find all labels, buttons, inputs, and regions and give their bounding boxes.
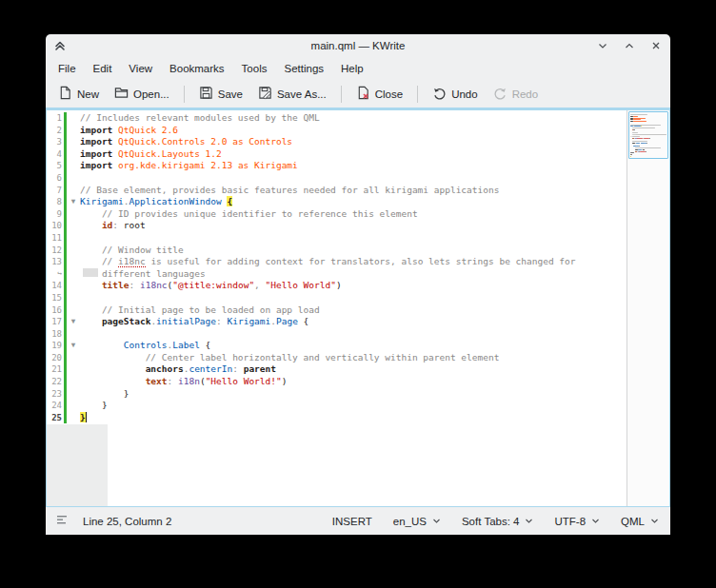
fold-column bbox=[67, 268, 80, 281]
code-text: id: root bbox=[80, 220, 626, 232]
code-line[interactable]: 18 bbox=[47, 328, 626, 341]
menu-file[interactable]: File bbox=[50, 60, 85, 77]
code-text bbox=[80, 292, 626, 304]
fold-marker-icon[interactable]: ▼ bbox=[67, 196, 80, 208]
syntax-mode-select[interactable]: QML bbox=[621, 516, 659, 527]
code-text: // i18nc is useful for adding context fo… bbox=[80, 256, 626, 268]
code-line[interactable]: 13 // i18nc is useful for adding context… bbox=[47, 256, 626, 268]
code-text: import QtQuick.Layouts 1.2 bbox=[80, 148, 626, 161]
toolbar-button-label: Save bbox=[218, 88, 243, 100]
minimap-scrollbar[interactable] bbox=[626, 110, 669, 506]
code-line[interactable]: 3import QtQuick.Controls 2.0 as Controls bbox=[47, 136, 626, 148]
line-number: 6 bbox=[47, 172, 64, 185]
code-line[interactable]: 7// Base element, provides basic feature… bbox=[47, 185, 626, 197]
code-line[interactable]: 14 title: i18nc("@title:window", "Hello … bbox=[47, 280, 626, 292]
line-number: 2 bbox=[47, 125, 64, 137]
code-line[interactable]: 11 bbox=[47, 232, 626, 245]
code-line-wrap[interactable]: ↪different languages bbox=[47, 268, 626, 281]
fold-column bbox=[67, 125, 80, 137]
menu-view[interactable]: View bbox=[120, 60, 161, 77]
minimap-line bbox=[630, 156, 631, 157]
line-number: 9 bbox=[47, 208, 64, 221]
code-text: } bbox=[80, 412, 626, 424]
line-number: 14 bbox=[47, 280, 64, 292]
close-button[interactable] bbox=[649, 39, 663, 52]
undo-button[interactable]: Undo bbox=[426, 82, 485, 106]
line-number: 10 bbox=[47, 220, 64, 232]
editor-view[interactable]: 1// Includes relevant modules used by th… bbox=[46, 110, 670, 507]
menu-tools[interactable]: Tools bbox=[233, 60, 276, 77]
code-line[interactable]: 15 bbox=[47, 292, 626, 304]
fold-marker-icon[interactable]: ▼ bbox=[67, 316, 80, 328]
tab-mode-select[interactable]: Soft Tabs: 4 bbox=[462, 516, 534, 527]
saveas-button[interactable]: Save As... bbox=[251, 82, 333, 106]
toolbar-button-label: Close bbox=[375, 88, 403, 100]
code-line[interactable]: 12 // Window title bbox=[47, 245, 626, 257]
fold-column bbox=[67, 412, 80, 424]
save-button[interactable]: Save bbox=[192, 82, 249, 106]
fold-column bbox=[67, 172, 80, 185]
code-line[interactable]: 24 } bbox=[47, 400, 626, 412]
code-line[interactable]: 9 // ID provides unique identifier to re… bbox=[47, 208, 626, 221]
toolbar: NewOpen...SaveSave As...CloseUndoRedo bbox=[46, 80, 670, 108]
new-button[interactable]: New bbox=[51, 82, 106, 106]
fold-column bbox=[67, 363, 80, 376]
minimap-line bbox=[633, 129, 635, 130]
code-line[interactable]: 25} bbox=[47, 412, 626, 424]
fold-column bbox=[67, 292, 80, 304]
wrap-arrow-icon: ↪ bbox=[47, 268, 64, 281]
menu-edit[interactable]: Edit bbox=[85, 60, 121, 77]
toolbar-button-label: New bbox=[77, 88, 99, 100]
maximize-button[interactable] bbox=[623, 39, 636, 52]
close-button[interactable]: Close bbox=[349, 82, 409, 106]
word-count-icon[interactable] bbox=[57, 515, 70, 527]
minimize-button[interactable] bbox=[596, 39, 609, 52]
fold-column bbox=[67, 232, 80, 245]
line-number: 12 bbox=[47, 245, 64, 257]
code-line[interactable]: 20 // Center label horizontally and vert… bbox=[47, 352, 626, 364]
code-line[interactable]: 16 // Initial page to be loaded on app l… bbox=[47, 304, 626, 317]
toolbar-separator bbox=[184, 86, 185, 103]
menu-settings[interactable]: Settings bbox=[275, 60, 332, 77]
code-text bbox=[80, 172, 626, 185]
minimap-line bbox=[632, 141, 648, 142]
insert-mode-button[interactable]: INSERT bbox=[332, 516, 372, 527]
code-text: } bbox=[80, 400, 626, 412]
code-line[interactable]: 4import QtQuick.Layouts 1.2 bbox=[47, 148, 626, 161]
line-number: 8 bbox=[47, 196, 64, 208]
open-button[interactable]: Open... bbox=[108, 82, 176, 106]
code-line[interactable]: 23 } bbox=[47, 388, 626, 401]
cursor-position[interactable]: Line 25, Column 2 bbox=[83, 516, 171, 527]
menu-help[interactable]: Help bbox=[332, 60, 372, 77]
code-text: different languages bbox=[80, 268, 626, 281]
code-line[interactable]: 6 bbox=[47, 172, 626, 185]
minimap-line bbox=[630, 154, 632, 155]
text-cursor bbox=[86, 412, 87, 422]
code-line[interactable]: 19▼ Controls.Label { bbox=[47, 340, 626, 352]
gutter-tail bbox=[47, 424, 108, 506]
code-line[interactable]: 8▼Kirigami.ApplicationWindow { bbox=[47, 196, 626, 208]
code-text: import org.kde.kirigami 2.13 as Kirigami bbox=[80, 160, 626, 172]
fold-column bbox=[67, 160, 80, 172]
code-line[interactable]: 10 id: root bbox=[47, 220, 626, 232]
code-line[interactable]: 5import org.kde.kirigami 2.13 as Kirigam… bbox=[47, 160, 626, 172]
toolbar-separator bbox=[417, 86, 418, 103]
fold-marker-icon[interactable]: ▼ bbox=[67, 340, 80, 352]
minimap-line bbox=[649, 138, 650, 139]
code-line[interactable]: 2import QtQuick 2.6 bbox=[47, 125, 626, 137]
code-area[interactable]: 1// Includes relevant modules used by th… bbox=[47, 110, 626, 506]
line-number: 3 bbox=[47, 136, 64, 148]
code-line[interactable]: 17▼ pageStack.initialPage: Kirigami.Page… bbox=[47, 316, 626, 328]
wrap-indent-marker bbox=[83, 268, 98, 277]
dictionary-select[interactable]: en_US bbox=[393, 516, 441, 527]
menu-bookmarks[interactable]: Bookmarks bbox=[161, 60, 233, 77]
titlebar[interactable]: main.qml — KWrite bbox=[46, 34, 670, 57]
fold-column bbox=[67, 208, 80, 221]
undo-icon bbox=[432, 86, 447, 102]
encoding-select[interactable]: UTF-8 bbox=[554, 516, 600, 527]
minimap-line bbox=[632, 136, 640, 137]
code-line[interactable]: 21 anchors.centerIn: parent bbox=[47, 363, 626, 376]
toolbar-button-label: Open... bbox=[133, 88, 169, 100]
code-line[interactable]: 1// Includes relevant modules used by th… bbox=[47, 112, 626, 125]
code-line[interactable]: 22 text: i18n("Hello World!") bbox=[47, 376, 626, 388]
